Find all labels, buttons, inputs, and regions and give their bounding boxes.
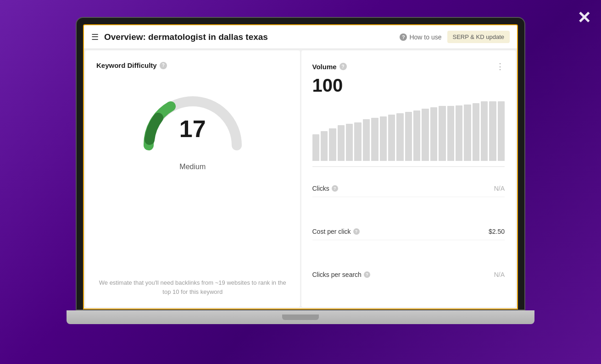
bar [498, 101, 505, 161]
gauge-value: 17 [179, 117, 206, 141]
question-icon: ? [400, 33, 407, 41]
bar [312, 134, 319, 161]
hamburger-icon[interactable]: ☰ [91, 33, 99, 41]
bar [321, 131, 328, 161]
close-icon[interactable]: ✕ [577, 8, 591, 28]
clicks-value: N/A [494, 185, 505, 192]
estimate-text: We estimate that you'll need backlinks f… [96, 278, 289, 296]
bar [354, 122, 361, 161]
bar [430, 107, 437, 161]
bar [422, 109, 428, 161]
laptop-frame: ☰ Overview: dermatologist in dallas texa… [67, 17, 534, 347]
cpc-label: Cost per click ? [312, 228, 360, 235]
how-to-use-label: How to use [409, 33, 441, 41]
bar [338, 125, 345, 161]
screen-inner: ☰ Overview: dermatologist in dallas texa… [83, 24, 518, 309]
page-title: Overview: dermatologist in dallas texas [104, 32, 394, 42]
gauge-label: Medium [179, 163, 206, 171]
volume-title: Volume ? [312, 63, 347, 71]
app-header: ☰ Overview: dermatologist in dallas texa… [84, 25, 517, 49]
bar [396, 113, 403, 161]
laptop-base [67, 310, 534, 324]
volume-number: 100 [312, 75, 505, 96]
serp-kd-button[interactable]: SERP & KD update [447, 31, 510, 43]
cps-row: Clicks per search ? N/A [312, 266, 505, 283]
bar [388, 115, 395, 161]
bar [481, 101, 488, 161]
volume-panel-header: Volume ? ⋮ [312, 61, 505, 72]
bar [447, 106, 454, 161]
screen-bezel: ☰ Overview: dermatologist in dallas texa… [76, 17, 525, 310]
clicks-help-icon[interactable]: ? [332, 185, 338, 192]
bar [346, 124, 353, 161]
bar [456, 105, 462, 161]
keyword-difficulty-title: Keyword Difficulty ? [96, 61, 289, 69]
main-content: Keyword Difficulty ? [84, 49, 517, 309]
volume-help-icon[interactable]: ? [339, 63, 347, 70]
keyword-difficulty-panel: Keyword Difficulty ? [85, 50, 300, 307]
bar [329, 128, 336, 161]
bar [413, 110, 420, 161]
gauge-number: 17 [179, 117, 206, 141]
bar [371, 118, 378, 161]
cps-value: N/A [494, 271, 505, 278]
cpc-value: $2.50 [489, 228, 505, 235]
gauge-container: 17 [138, 81, 248, 154]
volume-bar-chart [312, 101, 505, 161]
bar [489, 101, 496, 161]
bar [405, 112, 412, 161]
volume-panel: Volume ? ⋮ 100 Clicks [301, 50, 516, 307]
clicks-label: Clicks ? [312, 185, 338, 192]
bar [473, 103, 479, 161]
stats-rows: Clicks ? N/A Cost per click ? $2.50 [312, 167, 505, 296]
bar [363, 119, 370, 161]
bar [464, 105, 471, 161]
clicks-row: Clicks ? N/A [312, 180, 505, 197]
bar [439, 106, 445, 161]
how-to-use-button[interactable]: ? How to use [400, 33, 441, 41]
more-options-icon[interactable]: ⋮ [496, 61, 505, 72]
bar [380, 116, 387, 161]
cps-help-icon[interactable]: ? [364, 271, 370, 278]
cpc-row: Cost per click ? $2.50 [312, 223, 505, 240]
kd-help-icon[interactable]: ? [160, 62, 167, 69]
cps-label: Clicks per search ? [312, 271, 370, 278]
cpc-help-icon[interactable]: ? [353, 228, 360, 235]
